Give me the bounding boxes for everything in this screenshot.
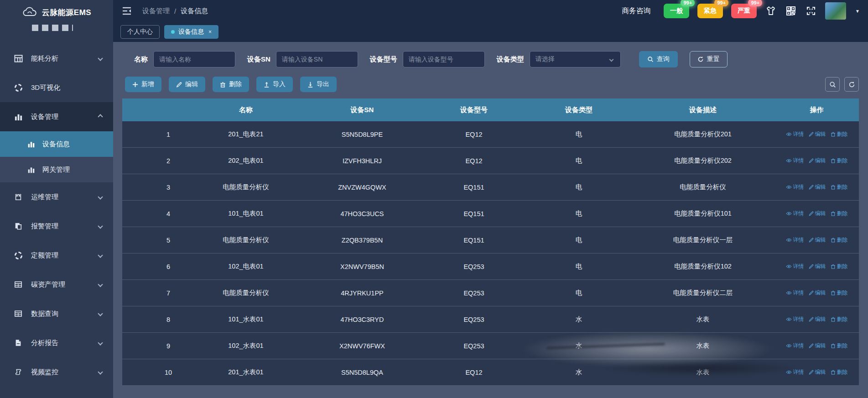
sidebar-item-energy-analysis[interactable]: 能耗分析 [0,44,113,73]
delete-link[interactable]: 删除 [831,130,848,138]
detail-link[interactable]: 详情 [786,130,804,138]
edit-link[interactable]: 编辑 [809,368,826,376]
column-header-model[interactable]: 设备型号 [421,106,526,114]
delete-link[interactable]: 删除 [831,315,848,323]
delete-button[interactable]: 删除 [213,77,249,92]
sidebar-item-gateway-management[interactable]: 网关管理 [0,157,113,182]
query-button-label: 查询 [657,55,670,63]
delete-link[interactable]: 删除 [831,342,848,350]
edit-link[interactable]: 编辑 [809,263,826,270]
cell-name: 102_电表01 [189,262,303,271]
user-menu-caret-icon[interactable]: ▼ [855,9,860,14]
tab-label: 个人中心 [127,28,153,36]
table-row: 1 201_电表21 S5N5D8L9PE EQ12 电 电能质量分析仪201 … [122,121,859,148]
edit-link[interactable]: 编辑 [809,183,826,191]
table-refresh-button[interactable] [844,77,859,92]
cell-model: EQ12 [421,157,526,165]
cell-type: 水 [526,315,631,324]
tab-personal-center[interactable]: 个人中心 [120,25,160,39]
delete-link[interactable]: 删除 [831,289,848,297]
user-avatar[interactable] [825,2,846,20]
alert-label: 严重 [738,7,750,14]
sn-input[interactable] [276,51,358,67]
sidebar-item-device-info[interactable]: 设备信息 [0,131,113,157]
tab-strip: 个人中心 设备信息 × [113,22,868,42]
column-header-type[interactable]: 设备类型 [526,106,631,114]
eye-icon [786,212,792,216]
type-select[interactable]: 请选择 [530,51,621,67]
fullscreen-icon[interactable] [805,5,817,17]
delete-link[interactable]: 删除 [831,157,848,165]
edit-link[interactable]: 编辑 [809,342,826,350]
edit-link[interactable]: 编辑 [809,236,826,244]
import-button[interactable]: 导入 [256,77,293,92]
sidebar-item-device-management[interactable]: 设备管理 [0,102,113,131]
eye-icon [786,317,792,321]
delete-link[interactable]: 删除 [831,183,848,191]
sidebar-collapse-icon[interactable] [121,5,132,16]
detail-link[interactable]: 详情 [786,289,804,297]
column-header-sn[interactable]: 设备SN [303,106,421,114]
edit-link[interactable]: 编辑 [809,210,826,217]
sidebar-item-video-monitoring[interactable]: 视频监控 [0,357,113,387]
detail-link[interactable]: 详情 [786,210,804,217]
row-actions: 详情 编辑 删除 [774,368,859,376]
edit-button-label: 编辑 [185,80,198,88]
detail-link-label: 详情 [793,315,804,323]
delete-link-label: 删除 [837,342,848,350]
column-header-name[interactable]: 名称 [189,106,303,114]
detail-link[interactable]: 详情 [786,183,804,191]
model-input[interactable] [403,51,485,67]
edit-link[interactable]: 编辑 [809,130,826,138]
row-actions: 详情 编辑 删除 [774,183,859,191]
cell-desc: 水表 [631,368,774,377]
detail-link[interactable]: 详情 [786,315,804,323]
breadcrumb-parent[interactable]: 设备管理 [142,7,170,16]
detail-link[interactable]: 详情 [786,236,804,244]
query-button[interactable]: 查询 [639,51,678,67]
qr-code-icon[interactable] [785,5,797,17]
detail-link[interactable]: 详情 [786,263,804,270]
sidebar-item-alarm-management[interactable]: 报警管理 [0,212,113,241]
delete-link[interactable]: 删除 [831,368,848,376]
tab-label: 设备信息 [178,28,204,36]
tab-close-icon[interactable]: × [208,29,212,35]
sidebar-item-carbon-asset-management[interactable]: 碳资产管理 [0,270,113,299]
sidebar-item-ops-management[interactable]: 运维管理 [0,182,113,212]
table-search-button[interactable] [825,77,840,92]
export-button[interactable]: 导出 [300,77,337,92]
sidebar-item-quota-management[interactable]: 定额管理 [0,241,113,270]
detail-link[interactable]: 详情 [786,368,804,376]
sidebar-item-label: 报警管理 [31,222,58,231]
edit-link[interactable]: 编辑 [809,157,826,165]
tab-device-info[interactable]: 设备信息 × [164,25,218,39]
column-header-desc[interactable]: 设备描述 [631,106,774,114]
sidebar-item-analysis-report[interactable]: 分析报告 [0,328,113,357]
name-input[interactable] [153,51,235,67]
edit-button[interactable]: 编辑 [169,77,205,92]
clipped-menu-item[interactable] [32,25,73,31]
detail-link-label: 详情 [793,157,804,165]
delete-link[interactable]: 删除 [831,263,848,270]
detail-link[interactable]: 详情 [786,342,804,350]
business-consult-link[interactable]: 商务咨询 [622,6,651,16]
alert-button-general[interactable]: 一般 99+ [664,4,689,18]
sidebar-item-data-query[interactable]: 数据查询 [0,299,113,328]
row-index: 6 [148,263,189,270]
edit-link[interactable]: 编辑 [809,289,826,297]
row-index: 9 [148,342,189,350]
shirt-icon[interactable] [765,5,777,17]
add-button[interactable]: 新增 [125,77,161,92]
sidebar-item-3d-visualization[interactable]: 3D可视化 [0,73,113,102]
cell-name: 102_水表01 [189,341,303,350]
alert-button-urgent[interactable]: 紧急 99+ [697,4,723,18]
alert-button-critical[interactable]: 严重 99+ [731,4,757,18]
reset-button[interactable]: 重置 [690,51,728,67]
delete-link[interactable]: 删除 [831,236,848,244]
pencil-icon [809,185,814,190]
delete-link-label: 删除 [837,263,848,270]
cell-desc: 电能质量分析仪 [631,183,774,191]
detail-link[interactable]: 详情 [786,157,804,165]
edit-link[interactable]: 编辑 [809,315,826,323]
delete-link[interactable]: 删除 [831,210,848,217]
